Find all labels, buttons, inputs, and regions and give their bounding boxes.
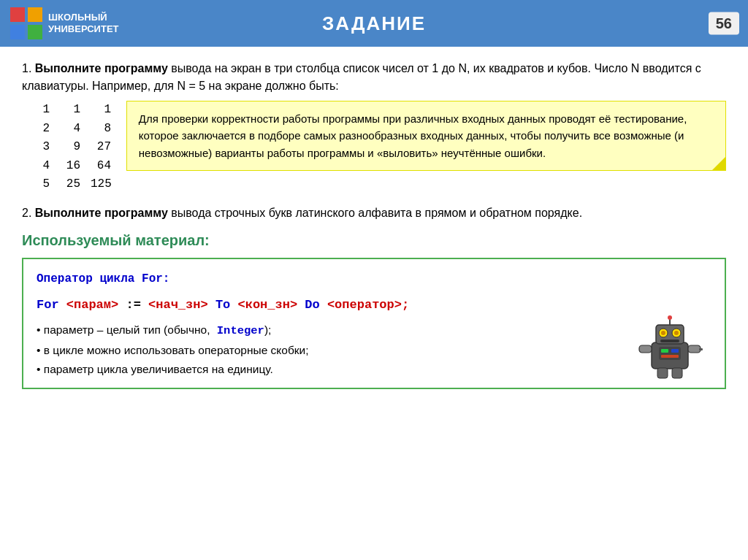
- for-semi: ;: [402, 298, 409, 312]
- bullet2: • в цикле можно использовать операторные…: [37, 341, 711, 360]
- header: Школьный Университет ЗАДАНИЕ 56: [0, 0, 748, 47]
- material-box: Оператор цикла For: For <парам> := <нач_…: [22, 258, 726, 389]
- svg-rect-10: [660, 340, 679, 342]
- main-content: 1. Выполните программу вывода на экран в…: [0, 47, 748, 396]
- svg-rect-21: [661, 355, 679, 358]
- svg-rect-13: [639, 345, 652, 353]
- bullet1: • параметр – целый тип (обычно, Integer)…: [37, 321, 711, 340]
- for-assign: :=: [126, 298, 140, 312]
- for-param: <парам>: [66, 298, 118, 312]
- logo-text: Школьный Университет: [48, 12, 119, 34]
- section-header: Используемый материал:: [22, 232, 726, 249]
- task2-number: 2.: [22, 207, 31, 219]
- task1-text: 1. Выполните программу вывода на экран в…: [22, 60, 726, 95]
- number-table: 111 248 3927 41664 525125: [22, 101, 112, 194]
- task2-text: 2. Выполните программу вывода строчных б…: [22, 204, 726, 222]
- svg-rect-15: [699, 348, 703, 350]
- robot-icon: [637, 315, 703, 380]
- svg-rect-17: [672, 368, 682, 378]
- table-row: 248: [29, 120, 112, 139]
- svg-rect-2: [10, 25, 25, 39]
- logo-icon: [9, 6, 44, 41]
- task1-number: 1.: [22, 62, 31, 74]
- operator-colon: :: [163, 272, 170, 285]
- bullet3: • параметр цикла увеличивается на единиц…: [37, 360, 711, 379]
- table-row: 111: [29, 101, 112, 120]
- table-row: 3927: [29, 138, 112, 157]
- task2-rest: вывода строчных букв латинского алфавита…: [168, 207, 582, 219]
- svg-point-8: [661, 331, 665, 335]
- task1-block: 1. Выполните программу вывода на экран в…: [22, 60, 726, 194]
- svg-rect-0: [10, 7, 25, 22]
- bullet1-code: Integer: [210, 324, 264, 337]
- page-number: 56: [709, 12, 739, 35]
- svg-rect-19: [661, 349, 668, 353]
- for-op: <оператор>: [327, 298, 402, 312]
- operator-keyword: For: [142, 272, 163, 285]
- for-to: To: [215, 298, 230, 312]
- operator-title-plain: Оператор цикла: [37, 272, 142, 285]
- page-title: ЗАДАНИЕ: [322, 12, 426, 35]
- task1-body: 111 248 3927 41664 525125 Для проверки к…: [22, 101, 726, 194]
- for-end: <кон_зн>: [237, 298, 297, 312]
- operator-title: Оператор цикла For:: [37, 268, 711, 290]
- task1-bold: Выполните программу: [35, 62, 168, 74]
- svg-point-12: [668, 315, 672, 320]
- for-do: Do: [305, 298, 319, 312]
- table-row: 41664: [29, 157, 112, 176]
- table-row: 525125: [29, 175, 112, 194]
- for-syntax: For <парам> := <нач_зн> To <кон_зн> Do <…: [37, 294, 711, 317]
- svg-rect-20: [671, 349, 679, 353]
- note-box: Для проверки корректности работы програм…: [126, 101, 726, 171]
- task2-block: 2. Выполните программу вывода строчных б…: [22, 204, 726, 222]
- svg-rect-14: [688, 345, 701, 353]
- svg-point-9: [674, 331, 679, 335]
- svg-rect-18: [659, 347, 681, 360]
- for-start: <нач_зн>: [148, 298, 208, 312]
- logo-area: Школьный Университет: [9, 6, 119, 41]
- svg-rect-1: [28, 7, 42, 22]
- svg-rect-3: [28, 25, 42, 39]
- note-text: Для проверки корректности работы програм…: [139, 112, 687, 159]
- svg-rect-16: [657, 368, 668, 378]
- for-keyword: For: [37, 298, 59, 312]
- robot-area: [637, 315, 703, 380]
- task2-bold: Выполните программу: [35, 207, 168, 219]
